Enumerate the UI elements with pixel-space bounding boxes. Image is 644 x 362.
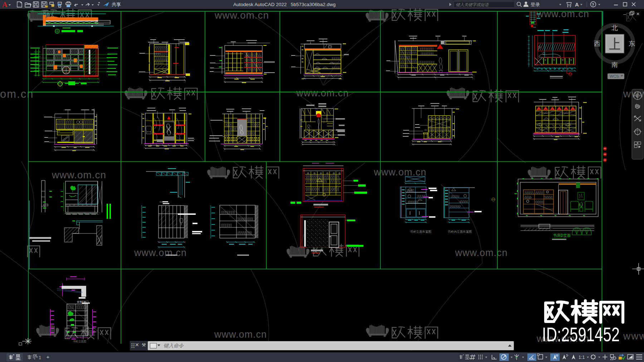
svg-text:?: ? bbox=[592, 3, 594, 7]
svg-text:www.om.cn: www.om.cn bbox=[374, 167, 426, 178]
svg-text:键入关键字或短语: 键入关键字或短语 bbox=[456, 3, 489, 7]
svg-text:om.cn: om.cn bbox=[0, 88, 34, 100]
svg-text:西: 西 bbox=[594, 40, 600, 47]
svg-text:全墙P米门: 全墙P米门 bbox=[77, 300, 89, 303]
svg-text:Autodesk AutoCAD 2022 5b573c: Autodesk AutoCAD 2022 5b573ca306ba2.dwg bbox=[233, 2, 336, 7]
svg-text:─: ─ bbox=[623, 12, 626, 16]
svg-text:书柜立面布置图: 书柜立面布置图 bbox=[410, 230, 431, 233]
svg-text:www.om.cn: www.om.cn bbox=[296, 88, 349, 98]
svg-text:✕: ✕ bbox=[636, 11, 640, 16]
svg-text:WCS: WCS bbox=[610, 74, 619, 78]
svg-text:东: 东 bbox=[629, 40, 635, 47]
svg-text:书房D立面: 书房D立面 bbox=[553, 233, 571, 237]
svg-text:北: 北 bbox=[611, 24, 618, 32]
svg-text:书柜内立面布置图: 书柜内立面布置图 bbox=[448, 230, 472, 233]
svg-text:A: A bbox=[575, 1, 579, 8]
svg-text:书柜立面图: 书柜立面图 bbox=[73, 340, 87, 343]
svg-text:A: A bbox=[2, 0, 8, 9]
svg-text:南: 南 bbox=[611, 61, 618, 68]
svg-text:www.om.cn: www.om.cn bbox=[52, 169, 106, 180]
svg-text:共享: 共享 bbox=[112, 2, 121, 7]
svg-text:www.om.cn: www.om.cn bbox=[134, 247, 187, 258]
svg-text:1:1: 1:1 bbox=[579, 355, 585, 360]
svg-text:登录: 登录 bbox=[531, 2, 540, 7]
svg-text:www.om.cn: www.om.cn bbox=[536, 9, 589, 19]
svg-text:www.om.cn: www.om.cn bbox=[455, 247, 508, 258]
svg-text:1: 1 bbox=[39, 355, 41, 360]
svg-text:www.om.cn: www.om.cn bbox=[214, 329, 267, 340]
